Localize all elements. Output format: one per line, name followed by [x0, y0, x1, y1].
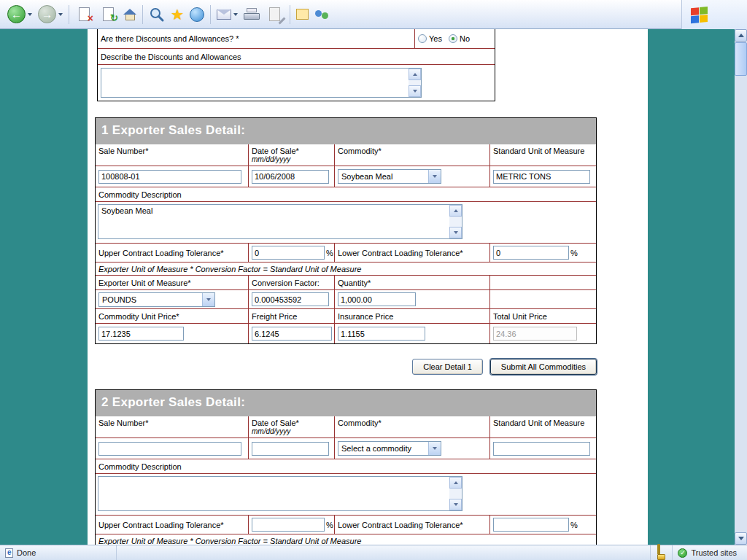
toolbar-separator — [290, 5, 290, 24]
submit-all-commodities-button[interactable]: Submit All Commodities — [490, 359, 597, 375]
lower-tolerance-input[interactable] — [493, 518, 569, 532]
status-section: Done — [0, 545, 117, 560]
scroll-down-icon[interactable] — [409, 85, 421, 97]
scroll-track[interactable] — [449, 217, 462, 227]
date-of-sale-input[interactable] — [252, 170, 329, 184]
status-text: Done — [17, 548, 36, 557]
conversion-formula-note: Exporter Unit of Measure * Conversion Fa… — [96, 534, 596, 545]
edit-icon — [266, 5, 284, 23]
lower-tolerance-input[interactable] — [493, 246, 569, 260]
search-button[interactable] — [146, 2, 168, 27]
scroll-up-icon[interactable] — [449, 477, 462, 489]
status-bar: Done ✓ Trusted sites — [0, 545, 747, 560]
home-icon — [123, 9, 136, 20]
document-icon — [5, 548, 13, 558]
freight-price-label: Freight Price — [249, 309, 335, 323]
scroll-track[interactable] — [449, 489, 462, 499]
discounts-no-label: No — [460, 34, 470, 43]
commodity-description-textarea[interactable]: Soybean Meal — [98, 204, 462, 239]
page-content: Are there Discounts and Allowances? * Ye… — [88, 29, 648, 545]
scrollbar-down-icon[interactable] — [735, 532, 747, 545]
scroll-up-icon[interactable] — [449, 205, 462, 217]
insurance-price-input[interactable] — [338, 327, 425, 341]
browser-toolbar: ← → × ↻ ★ — [0, 0, 747, 29]
scroll-down-icon[interactable] — [449, 227, 462, 238]
sale-number-input[interactable] — [98, 170, 241, 184]
upper-tolerance-input[interactable] — [252, 246, 325, 260]
date-of-sale-header: Date of Sale*mm/dd/yyyy — [249, 416, 335, 438]
status-filler — [117, 545, 651, 560]
media-button[interactable] — [187, 2, 207, 27]
messenger-button[interactable] — [311, 2, 332, 27]
commodity-description-label: Commodity Description — [96, 187, 596, 201]
commodity-select[interactable]: Soybean Meal — [338, 169, 441, 184]
commodity-description-textarea[interactable] — [98, 476, 462, 511]
commodity-header: Commodity* — [335, 416, 490, 438]
conversion-factor-label: Conversion Factor: — [249, 276, 335, 289]
mail-icon — [217, 9, 231, 20]
clear-detail-1-button[interactable]: Clear Detail 1 — [412, 359, 483, 375]
discounts-yes-radio[interactable] — [418, 34, 427, 43]
commodity-header: Commodity* — [335, 144, 490, 166]
date-of-sale-input[interactable] — [252, 442, 329, 456]
commodity-select[interactable]: Select a commodity — [338, 441, 441, 456]
conversion-factor-input[interactable] — [252, 292, 329, 306]
standard-unit-input[interactable] — [493, 170, 590, 184]
back-button[interactable]: ← — [4, 2, 35, 27]
percent-label: % — [570, 249, 578, 257]
commodity-description-label: Commodity Description — [96, 459, 596, 473]
trusted-sites-check-icon: ✓ — [678, 548, 687, 558]
print-button[interactable] — [241, 2, 263, 27]
scroll-down-icon[interactable] — [449, 499, 462, 510]
chevron-down-icon — [202, 293, 214, 306]
upper-tolerance-input[interactable] — [252, 518, 325, 532]
mail-dropdown-icon — [233, 13, 238, 16]
discounts-describe-textarea[interactable] — [101, 68, 422, 98]
favorites-button[interactable]: ★ — [168, 2, 187, 27]
refresh-button[interactable]: ↻ — [96, 2, 120, 27]
freight-price-input[interactable] — [252, 327, 332, 341]
sale-number-header: Sale Number* — [96, 416, 249, 438]
percent-label: % — [570, 521, 578, 529]
forward-icon: → — [38, 5, 56, 23]
discounts-yes-label: Yes — [429, 34, 442, 43]
discounts-no-radio[interactable] — [449, 34, 457, 43]
forward-button[interactable]: → — [35, 2, 66, 27]
home-button[interactable] — [120, 2, 139, 27]
lower-tolerance-label: Lower Contract Loading Tolerance* — [335, 244, 490, 262]
section-1-title: 1 Exporter Sales Detail: — [96, 118, 596, 144]
textarea-scrollbar — [449, 205, 462, 238]
standard-unit-input[interactable] — [493, 442, 590, 456]
quantity-input[interactable] — [338, 292, 416, 306]
print-icon — [244, 8, 260, 20]
security-zone-section: ✓ Trusted sites — [673, 545, 747, 560]
lower-tolerance-label: Lower Contract Loading Tolerance* — [335, 516, 490, 534]
quantity-label: Quantity* — [335, 276, 490, 289]
textarea-scrollbar — [449, 477, 462, 510]
upper-tolerance-label: Upper Contract Loading Tolerance* — [96, 516, 249, 534]
sale-number-input[interactable] — [98, 442, 241, 456]
percent-label: % — [326, 521, 333, 529]
scrollbar-thumb[interactable] — [735, 42, 747, 76]
total-unit-price-label: Total Unit Price — [490, 309, 596, 323]
toolbar-separator — [69, 5, 69, 24]
commodity-description-text — [98, 477, 449, 510]
exporter-sales-detail-2: 2 Exporter Sales Detail: Sale Number* Da… — [95, 389, 597, 545]
security-zone-label: Trusted sites — [691, 548, 737, 557]
back-icon: ← — [7, 5, 26, 23]
commodity-unit-price-input[interactable] — [98, 327, 184, 341]
exporter-unit-select[interactable]: POUNDS — [98, 292, 215, 307]
chevron-down-icon — [428, 170, 441, 183]
scroll-up-icon[interactable] — [409, 69, 421, 80]
stop-button[interactable]: × — [72, 2, 96, 27]
scrollbar-up-icon[interactable] — [735, 29, 747, 42]
date-of-sale-header: Date of Sale*mm/dd/yyyy — [249, 144, 335, 166]
discuss-button[interactable] — [293, 2, 311, 27]
vertical-scrollbar[interactable] — [735, 29, 747, 545]
mail-button[interactable] — [214, 2, 241, 27]
commodity-description-text: Soybean Meal — [98, 205, 449, 238]
refresh-icon: ↻ — [99, 5, 117, 23]
total-unit-price-input — [493, 327, 577, 341]
edit-button[interactable] — [263, 2, 287, 27]
scroll-track[interactable] — [409, 80, 421, 85]
